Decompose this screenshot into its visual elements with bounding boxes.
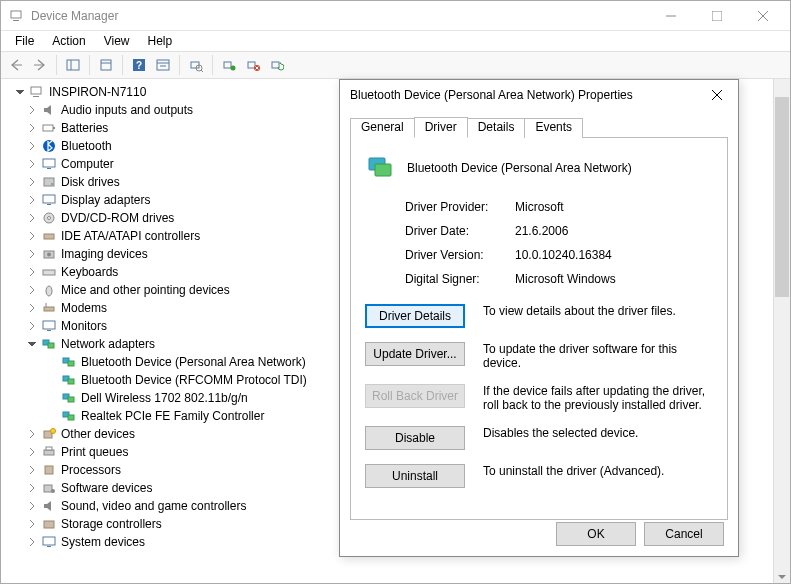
tree-item-label[interactable]: Batteries xyxy=(59,119,110,137)
close-button[interactable] xyxy=(740,1,786,31)
chevron-right-icon[interactable] xyxy=(25,535,39,549)
tab-driver[interactable]: Driver xyxy=(414,117,468,138)
svg-rect-18 xyxy=(224,62,231,68)
category-icon xyxy=(41,318,57,334)
network-adapter-icon xyxy=(61,390,77,406)
chevron-right-icon[interactable] xyxy=(25,301,39,315)
tree-item-label[interactable]: Network adapters xyxy=(59,335,157,353)
chevron-right-icon[interactable] xyxy=(25,247,39,261)
category-icon xyxy=(41,462,57,478)
back-button[interactable] xyxy=(5,54,27,76)
network-adapter-icon xyxy=(365,152,397,184)
tree-item-label[interactable]: Processors xyxy=(59,461,123,479)
tree-root-label[interactable]: INSPIRON-N7110 xyxy=(47,83,148,101)
maximize-button[interactable] xyxy=(694,1,740,31)
menu-action[interactable]: Action xyxy=(44,32,93,50)
chevron-right-icon[interactable] xyxy=(25,229,39,243)
chevron-down-icon[interactable] xyxy=(13,85,27,99)
tree-item-label[interactable]: Bluetooth Device (RFCOMM Protocol TDI) xyxy=(79,371,309,389)
category-icon xyxy=(41,228,57,244)
svg-point-37 xyxy=(48,217,51,220)
toolbar-separator xyxy=(179,55,180,75)
scan-hardware-button[interactable] xyxy=(185,54,207,76)
tree-item-label[interactable]: System devices xyxy=(59,533,147,551)
rollback-driver-desc: If the device fails after updating the d… xyxy=(483,384,713,412)
dialog-device-name: Bluetooth Device (Personal Area Network) xyxy=(407,161,632,175)
ok-button[interactable]: OK xyxy=(556,522,636,546)
tree-item-label[interactable]: Sound, video and game controllers xyxy=(59,497,248,515)
tree-item-label[interactable]: Mice and other pointing devices xyxy=(59,281,232,299)
menu-view[interactable]: View xyxy=(96,32,138,50)
chevron-right-icon[interactable] xyxy=(25,193,39,207)
driver-date-label: Driver Date: xyxy=(405,224,515,238)
disable-button[interactable]: Disable xyxy=(365,426,465,450)
tree-item-label[interactable]: IDE ATA/ATAPI controllers xyxy=(59,227,202,245)
show-hide-tree-button[interactable] xyxy=(62,54,84,76)
dialog-titlebar[interactable]: Bluetooth Device (Personal Area Network)… xyxy=(340,80,738,110)
chevron-right-icon[interactable] xyxy=(25,265,39,279)
tree-item-label[interactable]: Bluetooth xyxy=(59,137,114,155)
chevron-right-icon[interactable] xyxy=(25,175,39,189)
tree-item-label[interactable]: Computer xyxy=(59,155,116,173)
help-button[interactable]: ? xyxy=(128,54,150,76)
chevron-right-icon[interactable] xyxy=(25,121,39,135)
network-adapter-icon xyxy=(61,372,77,388)
update-driver-button[interactable]: Update Driver... xyxy=(365,342,465,366)
tree-item-label[interactable]: Other devices xyxy=(59,425,137,443)
vertical-scrollbar[interactable] xyxy=(773,79,790,584)
chevron-right-icon[interactable] xyxy=(25,157,39,171)
category-icon xyxy=(41,282,57,298)
chevron-right-icon[interactable] xyxy=(25,481,39,495)
forward-button[interactable] xyxy=(29,54,51,76)
enable-button[interactable] xyxy=(218,54,240,76)
tree-item-label[interactable]: Software devices xyxy=(59,479,154,497)
dialog-close-button[interactable] xyxy=(702,80,732,110)
chevron-right-icon[interactable] xyxy=(25,445,39,459)
chevron-right-icon[interactable] xyxy=(25,463,39,477)
category-icon xyxy=(41,300,57,316)
tab-events[interactable]: Events xyxy=(524,118,583,138)
tree-item-label[interactable]: Keyboards xyxy=(59,263,120,281)
uninstall-button[interactable]: Uninstall xyxy=(365,464,465,488)
tree-item-label[interactable]: Realtek PCIe FE Family Controller xyxy=(79,407,266,425)
tree-item-label[interactable]: Dell Wireless 1702 802.11b/g/n xyxy=(79,389,250,407)
action-button[interactable] xyxy=(152,54,174,76)
tree-item-label[interactable]: Bluetooth Device (Personal Area Network) xyxy=(79,353,308,371)
tab-details[interactable]: Details xyxy=(467,118,526,138)
chevron-right-icon[interactable] xyxy=(25,211,39,225)
svg-rect-54 xyxy=(68,397,74,402)
chevron-right-icon[interactable] xyxy=(25,499,39,513)
chevron-down-icon[interactable] xyxy=(25,337,39,351)
chevron-right-icon[interactable] xyxy=(25,517,39,531)
tree-item-label[interactable]: Display adapters xyxy=(59,191,152,209)
menu-help[interactable]: Help xyxy=(140,32,181,50)
tree-item-label[interactable]: Disk drives xyxy=(59,173,122,191)
uninstall-button[interactable] xyxy=(242,54,264,76)
svg-point-58 xyxy=(51,429,56,434)
tree-item-label[interactable]: Print queues xyxy=(59,443,130,461)
tab-general[interactable]: General xyxy=(350,118,415,138)
category-icon xyxy=(41,192,57,208)
chevron-right-icon[interactable] xyxy=(25,103,39,117)
properties-button[interactable] xyxy=(95,54,117,76)
driver-details-button[interactable]: Driver Details xyxy=(365,304,465,328)
tree-item-label[interactable]: Modems xyxy=(59,299,109,317)
svg-point-19 xyxy=(231,66,236,71)
tree-item-label[interactable]: Audio inputs and outputs xyxy=(59,101,195,119)
minimize-button[interactable] xyxy=(648,1,694,31)
chevron-right-icon[interactable] xyxy=(25,427,39,441)
update-driver-button[interactable] xyxy=(266,54,288,76)
tree-item-label[interactable]: DVD/CD-ROM drives xyxy=(59,209,176,227)
tree-item-label[interactable]: Monitors xyxy=(59,317,109,335)
tree-item-label[interactable]: Storage controllers xyxy=(59,515,164,533)
dialog-title: Bluetooth Device (Personal Area Network)… xyxy=(350,88,702,102)
chevron-right-icon[interactable] xyxy=(25,139,39,153)
chevron-right-icon[interactable] xyxy=(25,283,39,297)
menu-file[interactable]: File xyxy=(7,32,42,50)
chevron-right-icon[interactable] xyxy=(25,319,39,333)
tree-item-label[interactable]: Imaging devices xyxy=(59,245,150,263)
cancel-button[interactable]: Cancel xyxy=(644,522,724,546)
category-icon xyxy=(41,264,57,280)
rollback-driver-button: Roll Back Driver xyxy=(365,384,465,408)
svg-text:?: ? xyxy=(136,60,142,71)
